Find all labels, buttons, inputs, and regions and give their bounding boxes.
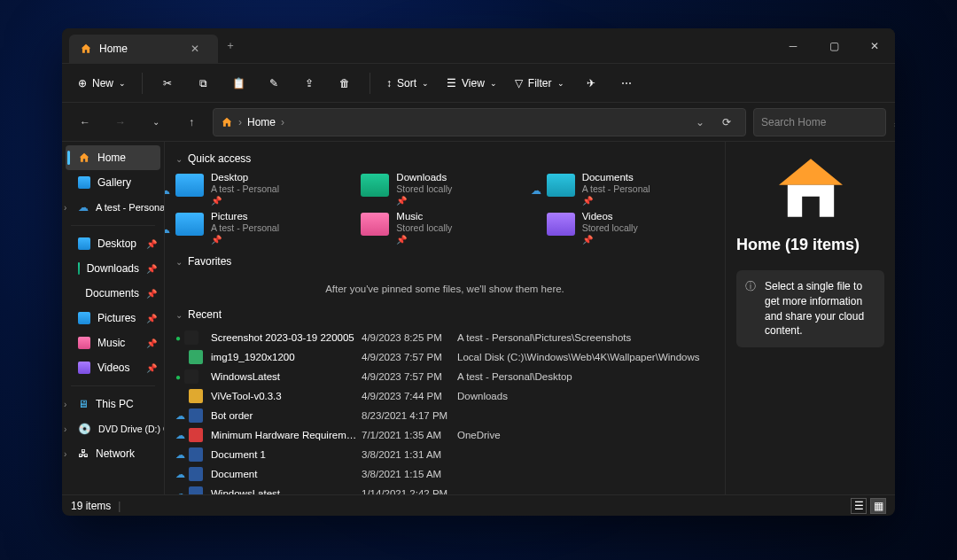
quick-access-item[interactable]: DownloadsStored locally📌 [361, 172, 528, 206]
refresh-button[interactable]: ⟳ [715, 116, 738, 128]
paste-button[interactable]: 📋 [222, 69, 254, 97]
address-bar[interactable]: › Home › ⌄ ⟳ [213, 108, 746, 136]
pin-icon: 📌 [146, 338, 157, 348]
rename-button[interactable]: ✎ [258, 69, 290, 97]
section-favorites[interactable]: ⌄Favorites [175, 255, 714, 268]
network-icon: 🖧 [78, 447, 89, 460]
tab-title: Home [99, 43, 128, 55]
pin-icon: 📌 [146, 289, 157, 299]
pin-icon: 📌 [211, 235, 279, 245]
tab-home[interactable]: Home ✕ [69, 35, 218, 63]
chevron-down-icon: ⌄ [175, 154, 183, 164]
sidebar-home[interactable]: Home [66, 145, 160, 170]
cloud-icon: ☁ [175, 488, 185, 495]
file-icon [189, 486, 203, 494]
sidebar-dvd[interactable]: ›💿DVD Drive (D:) CCC [62, 416, 164, 441]
sort-button[interactable]: ↕Sort⌄ [379, 69, 436, 97]
view-icon: ☰ [447, 77, 456, 89]
sidebar-onedrive[interactable]: ›☁A test - Personal [62, 195, 164, 220]
sidebar-item[interactable]: Music📌 [62, 331, 164, 355]
send-button[interactable]: ✈ [575, 69, 607, 97]
breadcrumb-home[interactable]: Home [247, 116, 276, 128]
pin-icon: 📌 [211, 196, 279, 206]
recent-file-row[interactable]: ●Screenshot 2023-03-19 2200054/9/2023 8:… [175, 328, 714, 347]
recent-file-row[interactable]: ☁Minimum Hardware Requirements fo...7/1/… [175, 425, 714, 445]
cloud-sync-icon: ☁ [531, 184, 541, 197]
pin-icon: 📌 [146, 239, 157, 249]
recent-file-row[interactable]: ●WindowsLatest4/9/2023 7:57 PMA test - P… [175, 367, 714, 386]
search-box[interactable]: ⌕ [753, 108, 886, 136]
titlebar: Home ✕ ＋ ─ ▢ ✕ [62, 28, 895, 64]
section-recent[interactable]: ⌄Recent [175, 308, 714, 321]
recent-file-row[interactable]: ☁WindowsLatest1/14/2021 2:42 PM [175, 484, 714, 494]
file-icon [189, 350, 203, 364]
sort-icon: ↕ [386, 77, 392, 89]
delete-button[interactable]: 🗑 [329, 69, 361, 97]
quick-access-item[interactable]: VideosStored locally📌 [547, 211, 714, 245]
minimize-button[interactable]: ─ [773, 28, 813, 64]
recent-file-row[interactable]: ☁Document3/8/2021 1:15 AM [175, 464, 714, 484]
nav-row: ← → ⌄ ↑ › Home › ⌄ ⟳ ⌕ [62, 103, 895, 142]
sidebar-item[interactable]: Documents📌 [62, 281, 164, 306]
quick-access-item[interactable]: MusicStored locally📌 [361, 211, 528, 245]
recent-file-row[interactable]: ViVeTool-v0.3.34/9/2023 7:44 PMDownloads [175, 386, 714, 406]
home-icon [80, 43, 92, 55]
file-icon [189, 428, 203, 442]
copy-button[interactable]: ⧉ [187, 69, 219, 97]
main-content: ⌄Quick access ☁DesktopA test - Personal📌… [165, 142, 725, 494]
sidebar-item[interactable]: Videos📌 [62, 355, 164, 380]
sidebar-item[interactable]: Downloads📌 [62, 256, 164, 281]
more-button[interactable]: ⋯ [611, 69, 642, 97]
sidebar-item[interactable]: Desktop📌 [62, 231, 164, 256]
recent-locations-button[interactable]: ⌄ [142, 108, 170, 136]
copy-icon: ⧉ [199, 77, 207, 89]
quick-access-item[interactable]: ☁PicturesA test - Personal📌 [175, 211, 343, 245]
new-tab-button[interactable]: ＋ [218, 34, 243, 58]
view-button[interactable]: ☰View⌄ [440, 69, 504, 97]
sidebar-item[interactable]: Pictures📌 [62, 306, 164, 331]
folder-icon [175, 174, 204, 197]
folder-icon [361, 213, 389, 236]
sidebar-this-pc[interactable]: ›🖥This PC [62, 392, 164, 416]
recent-file-row[interactable]: img19_1920x12004/9/2023 7:57 PMLocal Dis… [175, 347, 714, 367]
folder-icon [78, 362, 90, 374]
quick-access-item[interactable]: ☁DesktopA test - Personal📌 [175, 172, 343, 206]
status-bar: 19 items | ☰ ▦ [62, 494, 895, 516]
check-icon: ● [175, 372, 181, 382]
folder-icon [361, 174, 389, 197]
tab-close-icon[interactable]: ✕ [183, 36, 207, 61]
details-view-button[interactable]: ☰ [851, 498, 867, 514]
share-button[interactable]: ⇪ [293, 69, 325, 97]
file-icon [189, 408, 203, 423]
gallery-icon [78, 176, 90, 189]
back-button[interactable]: ← [71, 108, 99, 136]
section-quick-access[interactable]: ⌄Quick access [175, 152, 714, 165]
quick-access-item[interactable]: ☁DocumentsA test - Personal📌 [547, 172, 714, 206]
close-button[interactable]: ✕ [854, 28, 895, 64]
pin-icon: 📌 [146, 314, 157, 323]
plus-icon: ⊕ [78, 77, 87, 89]
cut-button[interactable]: ✂ [152, 69, 183, 97]
forward-button[interactable]: → [106, 108, 135, 136]
folder-icon [78, 237, 90, 250]
sidebar-gallery[interactable]: Gallery [62, 170, 164, 195]
recent-file-row[interactable]: ☁Bot order8/23/2021 4:17 PM [175, 406, 714, 425]
send-icon: ✈ [587, 77, 595, 89]
cloud-icon: ☁ [175, 449, 185, 461]
search-input[interactable] [761, 116, 894, 128]
pin-icon: 📌 [146, 264, 157, 274]
recent-file-row[interactable]: ☁Document 13/8/2021 1:31 AM [175, 445, 714, 464]
disc-icon: 💿 [78, 423, 91, 435]
filter-button[interactable]: ▽Filter⌄ [508, 69, 572, 97]
sidebar-network[interactable]: ›🖧Network [62, 441, 164, 466]
thumbnails-view-button[interactable]: ▦ [870, 498, 886, 514]
up-button[interactable]: ↑ [177, 108, 206, 136]
maximize-button[interactable]: ▢ [813, 28, 854, 64]
file-explorer-window: Home ✕ ＋ ─ ▢ ✕ ⊕New⌄ ✂ ⧉ 📋 ✎ ⇪ 🗑 ↕Sort⌄ … [62, 28, 895, 516]
new-button[interactable]: ⊕New⌄ [71, 69, 133, 97]
address-drop-button[interactable]: ⌄ [690, 116, 710, 128]
trash-icon: 🗑 [339, 77, 350, 89]
cloud-icon: ☁ [175, 410, 185, 422]
rename-icon: ✎ [269, 77, 278, 89]
pin-icon: 📌 [146, 363, 157, 373]
